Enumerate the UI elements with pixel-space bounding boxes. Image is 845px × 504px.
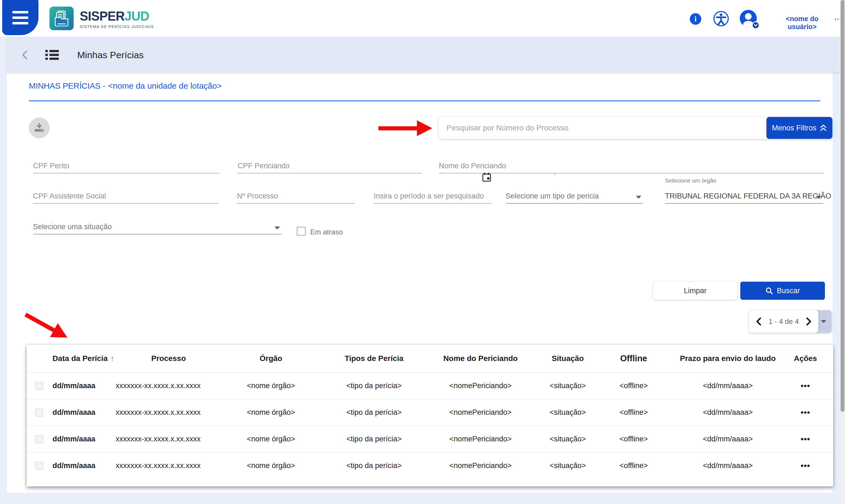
column-header-situacao[interactable]: Situação — [533, 354, 602, 363]
sort-ascending-icon[interactable]: ↑ — [110, 354, 114, 363]
download-icon — [34, 123, 45, 133]
cpf-perito-input[interactable] — [33, 162, 220, 173]
column-header-orgao[interactable]: Órgão — [222, 354, 321, 363]
brand-title-primary: SISPER — [80, 8, 124, 23]
accessibility-icon[interactable] — [713, 11, 729, 28]
nome-periciando-input[interactable] — [439, 162, 824, 173]
tipo-pericia-select[interactable]: Selecione um tipo de pericia — [506, 185, 643, 204]
cell-data-pericia: dd/mm/aaaa — [52, 462, 116, 470]
column-header-prazo[interactable]: Prazo para envio do laudo — [665, 354, 790, 363]
cell-processo: xxxxxxx-xx.xxxx.x.xx.xxxx — [116, 435, 222, 443]
buscar-button[interactable]: Buscar — [740, 282, 825, 300]
cell-prazo: <dd/mm/aaaa> — [665, 382, 790, 390]
page-title-prefix: MINHAS PERÍCIAS - — [29, 81, 105, 90]
situacao-select[interactable]: Selecione uma situação — [33, 216, 282, 234]
cpf-periciando-field — [238, 155, 422, 174]
table-row: dd/mm/aaaa xxxxxxx-xx.xxxx.x.xx.xxxx <no… — [27, 452, 833, 479]
cell-tipo-pericia: <tipo da perícia> — [321, 435, 428, 443]
cell-offline: <offline> — [602, 462, 665, 470]
orgao-select[interactable]: Selecione um órgão TRIBUNAL REGIONAL FED… — [665, 177, 823, 204]
search-input[interactable] — [439, 117, 766, 139]
cell-prazo: <dd/mm/aaaa> — [665, 435, 790, 443]
cell-prazo: <dd/mm/aaaa> — [665, 462, 790, 470]
brand-title-secondary: JUD — [124, 8, 149, 23]
cell-data-pericia: dd/mm/aaaa — [52, 435, 116, 443]
cpf-assistente-input[interactable] — [33, 192, 219, 203]
limpar-button[interactable]: Limpar — [653, 282, 738, 300]
table-header-row: Data da Perícia↑ Processo Órgão Tipos de… — [27, 345, 833, 372]
page-title: MINHAS PERÍCIAS -<nome da unidade de lot… — [29, 81, 222, 91]
table-row: dd/mm/aaaa xxxxxxx-xx.xxxx.x.xx.xxxx <no… — [27, 426, 833, 452]
em-atraso-checkbox[interactable] — [297, 227, 306, 236]
less-filters-button[interactable]: Menos Filtros — [766, 117, 832, 139]
column-header-processo[interactable]: Processo — [116, 354, 222, 363]
cell-processo: xxxxxxx-xx.xxxx.x.xx.xxxx — [116, 408, 222, 417]
dropdown-caret-icon — [636, 196, 641, 199]
brand-block: SISPERJUD SISTEMA DE PERÍCIAS JUDICIAIS — [80, 9, 154, 29]
row-checkbox[interactable] — [35, 435, 43, 443]
column-header-acoes[interactable]: Ações — [790, 354, 821, 363]
hamburger-menu-button[interactable] — [2, 0, 38, 35]
table-row: dd/mm/aaaa xxxxxxx-xx.xxxx.x.xx.xxxx <no… — [27, 399, 833, 426]
cell-situacao: <situação> — [533, 462, 602, 470]
row-actions-button[interactable]: ••• — [801, 408, 810, 417]
cell-data-pericia: dd/mm/aaaa — [52, 408, 116, 417]
table-body: dd/mm/aaaa xxxxxxx-xx.xxxx.x.xx.xxxx <no… — [27, 372, 833, 479]
hamburger-icon — [12, 11, 28, 14]
cpf-periciando-input[interactable] — [238, 162, 422, 173]
double-chevron-up-icon — [820, 124, 827, 132]
annotation-arrow-table — [22, 309, 77, 340]
scrollbar-thumb[interactable] — [841, 0, 844, 412]
column-header-tipos[interactable]: Tipos de Perícia — [321, 354, 428, 363]
cell-nome-periciando: <nomePericiando> — [428, 382, 533, 390]
row-actions-button[interactable]: ••• — [801, 381, 810, 391]
cell-offline: <offline> — [602, 382, 665, 390]
row-checkbox[interactable] — [35, 409, 43, 417]
orgao-value: TRIBUNAL REGIONAL FEDERAL DA 3A REGIÃO — [665, 192, 831, 200]
periodo-field — [374, 185, 492, 204]
row-actions-button[interactable]: ••• — [801, 435, 810, 444]
scrollbar-track[interactable] — [840, 0, 845, 504]
num-processo-field — [237, 185, 355, 204]
cell-orgao: <nome órgão> — [222, 382, 321, 390]
num-processo-input[interactable] — [237, 192, 355, 203]
results-table: Data da Perícia↑ Processo Órgão Tipos de… — [27, 345, 833, 486]
documents-folder-icon — [54, 11, 69, 26]
column-header-nome[interactable]: Nome do Periciando — [428, 354, 533, 363]
tipo-pericia-hint: - — [554, 171, 556, 177]
cell-orgao: <nome órgão> — [222, 462, 321, 470]
row-actions-button[interactable]: ••• — [801, 461, 810, 470]
dropdown-caret-icon — [275, 227, 280, 230]
breadcrumb-title: Minhas Perícias — [77, 50, 144, 60]
back-chevron-icon[interactable] — [20, 49, 30, 61]
periodo-input[interactable] — [374, 192, 492, 203]
column-header-data[interactable]: Data da Perícia↑ — [52, 354, 116, 363]
cell-situacao: <situação> — [533, 382, 602, 390]
download-button[interactable] — [29, 118, 50, 138]
column-header-offline[interactable]: Offline — [602, 354, 665, 363]
cell-offline: <offline> — [602, 435, 665, 443]
user-avatar-icon[interactable] — [740, 10, 758, 28]
row-checkbox[interactable] — [35, 462, 43, 470]
breadcrumb-bar: Minhas Perícias — [7, 37, 840, 72]
tipo-pericia-placeholder: Selecione um tipo de pericia — [506, 192, 599, 200]
row-checkbox[interactable] — [35, 382, 43, 390]
cell-nome-periciando: <nomePericiando> — [428, 462, 533, 470]
main-content: MINHAS PERÍCIAS -<nome da unidade de lot… — [7, 72, 833, 493]
cell-tipo-pericia: <tipo da perícia> — [321, 382, 428, 390]
cpf-assistente-field — [33, 185, 219, 204]
cell-processo: xxxxxxx-xx.xxxx.x.xx.xxxx — [116, 382, 222, 390]
cell-data-pericia: dd/mm/aaaa — [52, 382, 116, 390]
cell-orgao: <nome órgão> — [222, 408, 321, 417]
list-menu-icon[interactable] — [45, 49, 59, 60]
less-filters-label: Menos Filtros — [772, 124, 816, 132]
info-icon[interactable]: i — [690, 13, 701, 25]
sisperjud-screen: SISPERJUD SISTEMA DE PERÍCIAS JUDICIAIS … — [0, 0, 845, 504]
app-logo-icon — [50, 6, 74, 30]
calendar-icon[interactable] — [482, 173, 492, 183]
orgao-label: Selecione um órgão — [665, 177, 717, 184]
previous-page-icon[interactable] — [755, 317, 762, 326]
title-divider — [29, 101, 820, 101]
user-name[interactable]: <nome do usuário> — [777, 15, 828, 31]
next-page-icon[interactable] — [805, 317, 812, 326]
